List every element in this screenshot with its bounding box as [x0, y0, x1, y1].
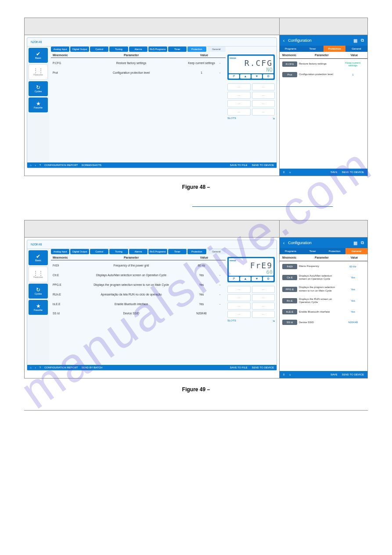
mrow-rcfg[interactable]: R.CFG Restore factory settings Keep curr… [280, 59, 367, 69]
slots-icon[interactable]: ▦ [353, 241, 357, 245]
send-button[interactable]: SEND TO DEVICE [252, 366, 274, 369]
slot[interactable]: --- [227, 92, 251, 99]
back-icon[interactable]: ‹ [283, 38, 284, 43]
side-basic[interactable]: ✔Basic [29, 48, 48, 63]
side-favorite[interactable]: ★Favorite [29, 97, 48, 112]
mtab-programs[interactable]: Programs [280, 248, 302, 254]
tab-digital[interactable]: Digital Output [70, 249, 89, 254]
value-cell[interactable]: Keep current settings [184, 61, 219, 65]
mtab-general[interactable]: General [345, 46, 367, 52]
slot[interactable]: --- [252, 303, 275, 310]
mtab-programs[interactable]: Programs [280, 46, 302, 52]
chevron-down-icon[interactable]: ⌄ [219, 302, 224, 306]
side-cycles[interactable]: ↻Cycles [29, 81, 48, 96]
mrow[interactable]: FrE9Mains Frequency60 Hz [280, 261, 367, 272]
chevron-down-icon[interactable]: ⌄ [219, 292, 224, 296]
tab-general[interactable]: General [207, 47, 226, 52]
slot[interactable]: --- [227, 311, 251, 318]
tab-alarms[interactable]: Alarms [129, 249, 147, 254]
tab-control[interactable]: Control [90, 249, 108, 254]
tab-alarms[interactable]: Alarms [129, 47, 147, 52]
value-cell[interactable]: N20K48 [184, 312, 219, 315]
value-cell[interactable]: 1 [184, 71, 219, 74]
mtab-protection[interactable]: Protection [324, 248, 345, 254]
lcd-down-button[interactable]: ▼ [252, 74, 262, 79]
value-cell[interactable]: Yes [184, 293, 219, 296]
value-cell[interactable]: Yes [184, 283, 219, 286]
mrow[interactable]: PPG.EDisplays the program selection scre… [280, 283, 367, 295]
tab-tuning[interactable]: Tuning [109, 249, 128, 254]
home-icon[interactable]: ⌂ [30, 366, 32, 369]
value-cell[interactable]: Yes [184, 274, 219, 277]
expand-icon[interactable]: ⇲ [273, 319, 275, 322]
slot[interactable]: --- [227, 100, 251, 107]
home-icon[interactable]: ⌂ [30, 164, 32, 166]
config-report-button[interactable]: CONFIGURATION REPORT [44, 164, 78, 166]
send-button[interactable]: SEND TO DEVICE [342, 373, 364, 376]
manual-icon[interactable]: ? [40, 366, 41, 369]
chevron-down-icon[interactable]: ⌄ [219, 71, 224, 74]
mrow[interactable]: SS IdDevice SSIDN20K48 [280, 317, 367, 328]
chevron-down-icon[interactable]: ⌄ [219, 61, 224, 65]
mrow[interactable]: Ctr.EDisplays Auto/Man selection screen … [280, 272, 367, 283]
lcd-up-button[interactable]: ▲ [240, 74, 251, 79]
tab-protection[interactable]: Protection [187, 249, 206, 254]
slot[interactable]: --- [227, 83, 251, 90]
tab-control[interactable]: Control [90, 47, 108, 52]
save-button[interactable]: SAVE TO FILE [230, 164, 248, 166]
tab-rns[interactable]: RnS Programs [148, 47, 167, 52]
usb-icon[interactable]: ⏚ [289, 171, 291, 173]
tab-rns[interactable]: RnS Programs [148, 249, 167, 254]
slot[interactable]: --- [252, 294, 275, 301]
save-button[interactable]: SAVE [331, 171, 338, 173]
chevron-down-icon[interactable]: ⌄ [219, 283, 224, 286]
tab-digital[interactable]: Digital Output [70, 47, 89, 52]
lcd-down-button[interactable]: ▼ [252, 277, 262, 281]
side-favorite[interactable]: ★Favorite [29, 300, 48, 315]
manual-icon[interactable]: ? [40, 164, 41, 166]
tab-timer[interactable]: Timer [168, 249, 187, 254]
tab-tuning[interactable]: Tuning [109, 47, 128, 52]
slot[interactable]: --- [227, 108, 251, 115]
side-cycles[interactable]: ↻Cycles [29, 284, 48, 299]
send-button[interactable]: SEND TO DEVICE [342, 171, 364, 173]
mtab-timer[interactable]: Timer [302, 46, 324, 52]
menu-icon[interactable]: ≡ [283, 373, 285, 376]
lcd-gear-button[interactable]: ⚙ [263, 277, 273, 281]
slots-icon[interactable]: ▦ [353, 38, 357, 43]
value-cell[interactable]: 60 Hz [184, 264, 219, 267]
send-batch-button[interactable]: SEND BY BATCH [81, 366, 102, 369]
chevron-down-icon[interactable]: ⌄ [219, 273, 224, 277]
side-features[interactable]: ⋮⋮Features [29, 64, 48, 80]
mrow-prot[interactable]: Prot Configuration protection level 1 [280, 69, 367, 80]
mrow[interactable]: bLE.EEnable Bluetooth interfaceYes [280, 306, 367, 317]
lcd-p-button[interactable]: P [229, 74, 239, 79]
side-basic[interactable]: ✔Basic [29, 250, 48, 265]
slot[interactable]: --- [227, 286, 251, 293]
slot[interactable]: --- [252, 92, 275, 99]
lcd-gear-button[interactable]: ⚙ [263, 74, 273, 79]
send-button[interactable]: SEND TO DEVICE [252, 164, 274, 166]
slot[interactable]: --- [252, 108, 275, 115]
slot[interactable]: --- [252, 83, 275, 90]
tab-timer[interactable]: Timer [168, 47, 187, 52]
chevron-down-icon[interactable]: ⌄ [219, 263, 224, 267]
save-button[interactable]: SAVE TO FILE [230, 366, 248, 369]
config-report-button[interactable]: CONFIGURATION REPORT [44, 366, 78, 369]
slot[interactable]: --- [252, 286, 275, 293]
mtab-general[interactable]: General [345, 248, 367, 254]
back-icon[interactable]: ‹ [283, 241, 284, 245]
slot[interactable]: --- [227, 294, 251, 301]
mrow[interactable]: Rn.EDisplays the RUN screen on Operation… [280, 295, 367, 306]
screenshots-button[interactable]: SCREENSHOTS [81, 164, 101, 166]
tab-analog[interactable]: Analog Input [51, 249, 69, 254]
menu-icon[interactable]: ≡ [283, 171, 285, 173]
expand-icon[interactable]: ⇲ [273, 117, 275, 120]
tab-analog[interactable]: Analog Input [51, 47, 69, 52]
tab-protection[interactable]: Protection [187, 47, 206, 52]
share-icon[interactable]: ⧉ [361, 38, 364, 43]
share-icon[interactable]: ⧉ [361, 240, 364, 245]
lcd-up-button[interactable]: ▲ [240, 277, 251, 281]
back-icon[interactable]: ‹ [35, 366, 36, 369]
tab-general[interactable]: General [207, 249, 226, 254]
